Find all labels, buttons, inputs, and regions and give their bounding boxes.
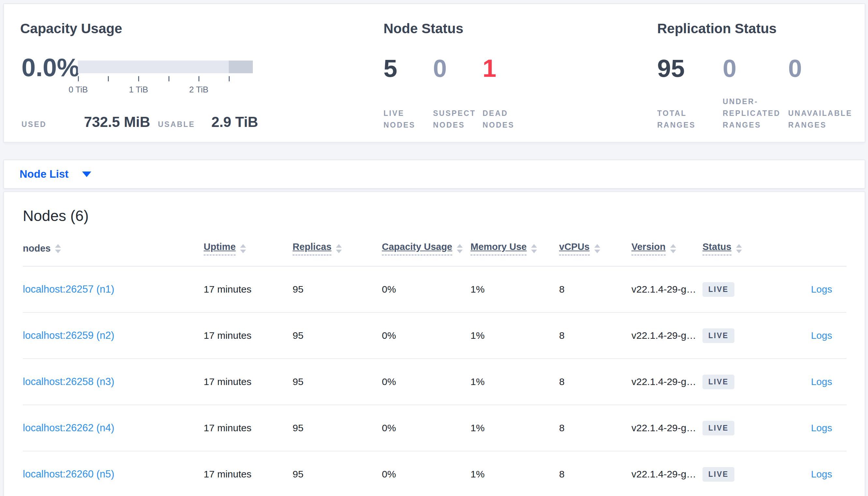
- version-cell: v22.1.4-29-g…: [631, 376, 703, 387]
- memory-use-cell: 1%: [470, 284, 559, 295]
- sort-icon[interactable]: [670, 244, 676, 253]
- node-link[interactable]: localhost:26260 (n5): [23, 468, 114, 480]
- memory-use-cell: 1%: [470, 422, 559, 434]
- table-row: localhost:26260 (n5) 17 minutes 95 0% 1%…: [23, 451, 847, 496]
- suspect-nodes-label: SUSPECT NODES: [433, 107, 479, 131]
- sort-icon[interactable]: [336, 244, 342, 253]
- uptime-cell: 17 minutes: [204, 469, 293, 480]
- nodes-table-panel: Nodes (6) nodes Uptime Replicas Capacity…: [3, 191, 865, 496]
- node-link[interactable]: localhost:26257 (n1): [23, 283, 114, 295]
- capacity-gauge: 0 TiB 1 TiB 2 TiB: [78, 61, 253, 94]
- capacity-bar: [78, 61, 253, 73]
- tick-mark: [78, 76, 79, 81]
- column-header-status[interactable]: Status: [703, 242, 774, 255]
- column-header-uptime[interactable]: Uptime: [204, 242, 293, 255]
- column-header-replicas[interactable]: Replicas: [293, 242, 382, 255]
- capacity-usage-cell: 0%: [382, 469, 470, 480]
- table-row: localhost:26262 (n4) 17 minutes 95 0% 1%…: [23, 405, 847, 451]
- live-nodes-value: 5: [384, 56, 433, 81]
- logs-link[interactable]: Logs: [811, 330, 832, 341]
- capacity-axis-labels: 0 TiB 1 TiB 2 TiB: [78, 84, 229, 94]
- capacity-bar-used-segment: [229, 61, 253, 73]
- tick-mark: [108, 76, 109, 81]
- unavailable-ranges-label: UNAVAILABLE RANGES: [788, 107, 866, 131]
- logs-link[interactable]: Logs: [811, 376, 832, 387]
- under-replicated-ranges-label: UNDER-REPLICATED RANGES: [723, 96, 786, 131]
- total-ranges-metric: 95 TOTAL RANGES: [657, 56, 723, 131]
- replicas-cell: 95: [293, 422, 382, 434]
- node-list-dropdown[interactable]: Node List: [19, 160, 91, 188]
- column-header-capacity-usage[interactable]: Capacity Usage: [382, 242, 470, 255]
- tick-mark: [138, 76, 139, 81]
- capacity-percent-value: 0.0%: [21, 55, 79, 80]
- uptime-cell: 17 minutes: [204, 422, 293, 434]
- tick-mark: [168, 76, 169, 81]
- usable-value: 2.9 TiB: [211, 114, 258, 130]
- node-link[interactable]: localhost:26262 (n4): [23, 422, 114, 434]
- capacity-usage-cell: 0%: [382, 330, 470, 341]
- capacity-usage-cell: 0%: [382, 422, 470, 434]
- nodes-table-title: Nodes (6): [23, 207, 865, 224]
- dead-nodes-metric: 1 DEAD NODES: [482, 56, 532, 131]
- logs-link[interactable]: Logs: [811, 422, 832, 434]
- column-header-memory-use[interactable]: Memory Use: [470, 242, 559, 255]
- table-row: localhost:26258 (n3) 17 minutes 95 0% 1%…: [23, 359, 847, 405]
- suspect-nodes-value: 0: [433, 56, 482, 81]
- logs-link[interactable]: Logs: [811, 284, 832, 295]
- replication-status-section: Replication Status 95 TOTAL RANGES 0 UND…: [657, 4, 853, 142]
- capacity-usage-cell: 0%: [382, 284, 470, 295]
- capacity-usage-section: Capacity Usage 0.0% 0 TiB 1 TiB 2 TiB US…: [20, 4, 382, 142]
- under-replicated-ranges-metric: 0 UNDER-REPLICATED RANGES: [723, 56, 788, 131]
- sort-icon[interactable]: [457, 244, 463, 253]
- capacity-usage-cell: 0%: [382, 376, 470, 387]
- version-cell: v22.1.4-29-g…: [631, 422, 703, 434]
- replicas-cell: 95: [293, 469, 382, 480]
- uptime-cell: 17 minutes: [204, 376, 293, 387]
- table-row: localhost:26257 (n1) 17 minutes 95 0% 1%…: [23, 266, 847, 312]
- cluster-summary-panel: Capacity Usage 0.0% 0 TiB 1 TiB 2 TiB US…: [3, 3, 865, 142]
- tick-mark: [198, 76, 199, 81]
- view-selector-bar: Node List: [3, 159, 865, 189]
- capacity-axis-ticks: [78, 76, 229, 82]
- status-badge: LIVE: [703, 375, 734, 389]
- under-replicated-ranges-value: 0: [723, 56, 788, 81]
- memory-use-cell: 1%: [470, 469, 559, 480]
- dead-nodes-value: 1: [482, 56, 532, 81]
- used-value: 732.5 MiB: [84, 114, 150, 130]
- node-status-title: Node Status: [384, 21, 463, 36]
- chevron-down-icon: [82, 171, 91, 177]
- nodes-table: nodes Uptime Replicas Capacity Usage Mem…: [23, 242, 847, 496]
- version-cell: v22.1.4-29-g…: [631, 284, 703, 295]
- sort-icon[interactable]: [531, 244, 537, 253]
- column-header-vcpus[interactable]: vCPUs: [559, 242, 631, 255]
- column-header-nodes[interactable]: nodes: [23, 243, 204, 254]
- sort-icon[interactable]: [240, 244, 246, 253]
- node-link[interactable]: localhost:26258 (n3): [23, 376, 114, 387]
- dead-nodes-label: DEAD NODES: [482, 107, 528, 131]
- column-header-version[interactable]: Version: [631, 242, 703, 255]
- sort-icon[interactable]: [55, 244, 61, 253]
- node-status-metrics: 5 LIVE NODES 0 SUSPECT NODES 1 DEAD NODE…: [384, 56, 532, 131]
- vcpus-cell: 8: [559, 376, 631, 387]
- sort-icon[interactable]: [736, 244, 742, 253]
- node-list-dropdown-label: Node List: [19, 168, 69, 180]
- replicas-cell: 95: [293, 376, 382, 387]
- capacity-usage-title: Capacity Usage: [20, 21, 122, 36]
- uptime-cell: 17 minutes: [204, 284, 293, 295]
- node-link[interactable]: localhost:26259 (n2): [23, 330, 114, 341]
- vcpus-cell: 8: [559, 284, 631, 295]
- axis-label: 0 TiB: [69, 84, 88, 95]
- tick-mark: [229, 76, 230, 81]
- table-row: localhost:26259 (n2) 17 minutes 95 0% 1%…: [23, 313, 847, 358]
- status-badge: LIVE: [703, 282, 734, 297]
- vcpus-cell: 8: [559, 422, 631, 434]
- unavailable-ranges-value: 0: [788, 56, 868, 81]
- axis-label: 1 TiB: [129, 84, 148, 95]
- usable-label: USABLE: [158, 120, 195, 129]
- memory-use-cell: 1%: [470, 330, 559, 341]
- memory-use-cell: 1%: [470, 376, 559, 387]
- logs-link[interactable]: Logs: [811, 469, 832, 480]
- sort-icon[interactable]: [594, 244, 600, 253]
- vcpus-cell: 8: [559, 469, 631, 480]
- status-badge: LIVE: [703, 328, 734, 343]
